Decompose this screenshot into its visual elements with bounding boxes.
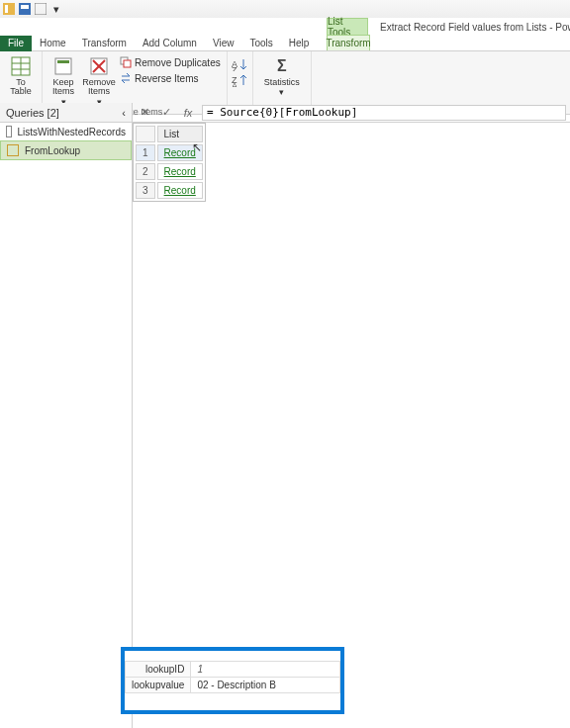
- query-item[interactable]: ListsWithNestedRecords: [0, 123, 132, 140]
- table-row[interactable]: 3Record: [136, 182, 203, 199]
- preview-row: lookupID 1: [126, 662, 340, 678]
- title-bar: List Tools Extract Record Field values f…: [0, 18, 570, 36]
- keep-items-label: Keep Items: [52, 78, 74, 97]
- preview-key: lookupID: [126, 662, 191, 678]
- preview-row: lookupvalue 02 - Description B: [126, 678, 340, 693]
- context-tab-list-tools: List Tools: [327, 18, 368, 36]
- quick-access-toolbar: ▾: [0, 0, 570, 18]
- data-grid: List 1Record 2Record 3Record: [133, 123, 206, 202]
- preview-value: 1: [191, 662, 340, 678]
- grid-area: List 1Record 2Record 3Record ↖: [133, 123, 570, 728]
- table-row[interactable]: 1Record: [136, 144, 203, 161]
- row-number: 3: [136, 182, 155, 199]
- keep-items-button[interactable]: Keep Items▾: [47, 53, 80, 107]
- query-name: FromLookup: [25, 145, 80, 156]
- main-area: ✕ ✓ fx List 1Record 2Record 3Record ↖: [133, 103, 570, 728]
- svg-text:A: A: [232, 81, 238, 87]
- row-number: 2: [136, 163, 155, 180]
- tab-add-column[interactable]: Add Column: [135, 36, 205, 51]
- svg-rect-1: [5, 5, 8, 13]
- tab-home[interactable]: Home: [32, 36, 74, 51]
- keep-icon: [52, 55, 74, 77]
- tab-tools[interactable]: Tools: [241, 36, 280, 51]
- record-cell[interactable]: Record: [157, 182, 203, 199]
- svg-rect-0: [3, 3, 15, 15]
- tab-transform[interactable]: Transform: [74, 36, 135, 51]
- remove-icon: [88, 55, 110, 77]
- sort-asc-icon[interactable]: AZ: [232, 57, 247, 71]
- chevron-down-icon: ▾: [279, 88, 284, 97]
- formula-bar: ✕ ✓ fx: [133, 103, 570, 123]
- statistics-button[interactable]: Σ Statistics▾: [260, 53, 304, 98]
- remove-items-label: Remove Items: [82, 78, 116, 97]
- cancel-icon[interactable]: ✕: [137, 105, 152, 121]
- statistics-label: Statistics: [264, 78, 300, 87]
- queries-header: Queries [2] ‹: [0, 103, 132, 123]
- remove-duplicates-label: Remove Duplicates: [135, 57, 221, 68]
- more-icon[interactable]: ▾: [49, 2, 63, 16]
- formula-input[interactable]: [202, 105, 566, 121]
- svg-rect-15: [124, 60, 131, 67]
- table-row[interactable]: 2Record: [136, 163, 203, 180]
- svg-text:Z: Z: [232, 65, 238, 71]
- corner-cell: [136, 126, 155, 142]
- preview-key: lookupvalue: [126, 678, 191, 693]
- to-table-button[interactable]: To Table: [4, 53, 38, 97]
- reverse-items-label: Reverse Items: [135, 73, 198, 84]
- svg-rect-3: [21, 5, 29, 9]
- preview-table: lookupID 1 lookupvalue 02 - Description …: [125, 661, 340, 693]
- row-number: 1: [136, 144, 155, 161]
- tab-file[interactable]: File: [0, 36, 32, 51]
- fx-icon[interactable]: fx: [180, 105, 196, 121]
- table-icon: [10, 55, 32, 77]
- preview-value: 02 - Description B: [191, 678, 340, 693]
- collapse-icon[interactable]: ‹: [122, 107, 126, 119]
- tab-help[interactable]: Help: [281, 36, 318, 51]
- record-preview: lookupID 1 lookupvalue 02 - Description …: [121, 647, 344, 714]
- svg-rect-10: [57, 60, 69, 63]
- undo-icon[interactable]: [34, 2, 48, 16]
- table-icon: [6, 126, 12, 137]
- save-icon[interactable]: [18, 2, 32, 16]
- ribbon-tabs: File Home Transform Add Column View Tool…: [0, 36, 570, 51]
- column-header[interactable]: List: [157, 126, 203, 142]
- record-cell[interactable]: Record: [157, 163, 203, 180]
- commit-icon[interactable]: ✓: [158, 105, 174, 121]
- record-cell[interactable]: Record: [157, 144, 203, 161]
- to-table-label: To Table: [10, 78, 32, 97]
- queries-title: Queries [2]: [6, 107, 59, 119]
- workspace: Queries [2] ‹ ListsWithNestedRecords Fro…: [0, 103, 570, 728]
- query-name: ListsWithNestedRecords: [18, 127, 126, 137]
- reverse-icon: [120, 72, 132, 84]
- duplicates-icon: [120, 56, 132, 68]
- tab-transform-ctx[interactable]: Transform: [327, 35, 370, 50]
- document-title: Extract Record Field values from Lists -…: [380, 22, 570, 33]
- tab-view[interactable]: View: [205, 36, 242, 51]
- queries-pane: Queries [2] ‹ ListsWithNestedRecords Fro…: [0, 103, 133, 728]
- sigma-icon: Σ: [271, 55, 293, 77]
- app-icon: [2, 2, 16, 16]
- sort-desc-icon[interactable]: ZA: [232, 73, 247, 87]
- svg-rect-4: [35, 3, 47, 15]
- reverse-items-button[interactable]: Reverse Items: [118, 71, 223, 85]
- remove-duplicates-button[interactable]: Remove Duplicates: [118, 55, 223, 69]
- remove-items-button[interactable]: Remove Items▾: [82, 53, 116, 107]
- query-item[interactable]: FromLookup: [0, 140, 132, 160]
- list-icon: [7, 144, 19, 156]
